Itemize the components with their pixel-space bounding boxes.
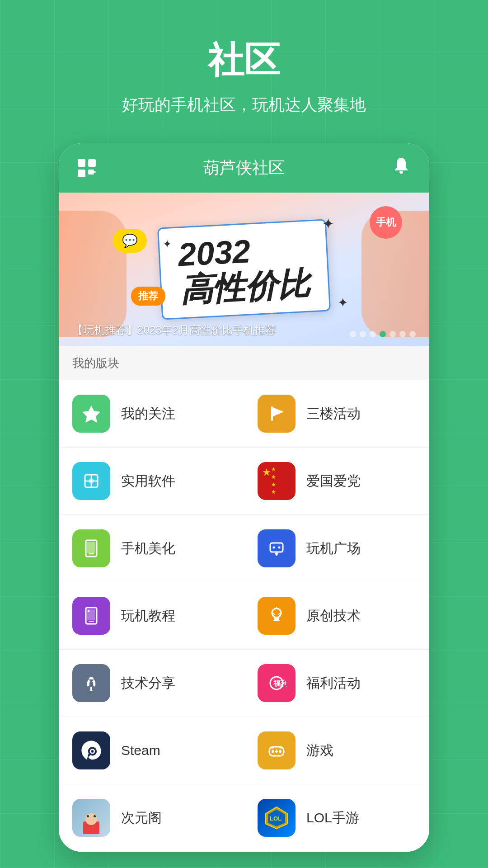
page-title: 社区 [208,36,280,85]
software-label: 实用软件 [121,472,175,491]
game-label: 游戏 [306,741,333,760]
svg-point-35 [91,750,94,753]
patriot-icon: ★ ★★★★ [258,462,296,500]
svg-rect-8 [271,406,273,421]
svg-line-31 [278,613,280,615]
svg-rect-28 [274,618,279,620]
activity-label: 三楼活动 [306,405,361,423]
dot-6[interactable] [399,331,406,337]
welfare-label: 福利活动 [306,674,361,693]
svg-rect-17 [270,543,283,552]
activity-icon [258,395,296,433]
anime-label: 次元阁 [121,809,162,827]
svg-marker-7 [82,406,100,423]
gaming-square-label: 玩机广场 [306,539,361,558]
lol-label: LOL手游 [306,809,359,827]
beauty-icon [72,529,110,567]
svg-rect-24 [88,610,89,612]
svg-text:LOL: LOL [270,815,282,822]
anime-icon [72,799,110,837]
bell-icon[interactable] [391,156,411,180]
menu-grid: 我的关注 三楼活动 [59,380,429,852]
dot-7[interactable] [409,331,416,337]
welfare-icon: 福利 [258,664,296,702]
svg-rect-2 [78,170,85,177]
patriot-label: 爱国爱党 [306,472,361,491]
svg-rect-1 [88,159,96,167]
lol-icon: LOL [258,799,296,837]
menu-item-beauty[interactable]: 手机美化 [59,515,244,582]
header-title: 葫芦侠社区 [203,157,285,179]
dot-2[interactable] [360,331,366,337]
page-subtitle: 好玩的手机社区，玩机达人聚集地 [122,94,366,116]
banner-container[interactable]: 2032 高性价比 ✦ ✦ ✦ 💬 手机 推荐 【玩机推荐】2023年2月高性价… [59,193,429,346]
menu-item-anime[interactable]: 次元阁 [59,784,244,852]
svg-point-37 [272,750,274,753]
svg-rect-42 [279,747,283,749]
svg-line-30 [273,613,275,615]
svg-point-20 [273,547,275,549]
svg-point-13 [89,478,94,484]
banner-recommend-badge: 推荐 [131,287,165,306]
dot-1[interactable] [350,331,356,337]
dot-4-active[interactable] [380,331,386,337]
banner-dots [350,331,416,337]
menu-item-lol[interactable]: LOL LOL手游 [244,784,429,852]
menu-item-activity[interactable]: 三楼活动 [244,380,429,448]
my-blocks-section: 我的版块 [59,346,429,380]
svg-rect-15 [87,542,95,553]
menu-item-game[interactable]: 游戏 [244,717,429,784]
menu-item-original-tech[interactable]: 原创技术 [244,582,429,650]
follow-icon [72,395,110,433]
my-blocks-label: 我的版块 [72,356,119,370]
original-tech-icon [258,597,296,635]
banner-image: 2032 高性价比 ✦ ✦ ✦ 💬 手机 推荐 【玩机推荐】2023年2月高性价… [59,193,429,346]
grid-add-icon[interactable] [77,158,97,178]
tutorial-icon [72,597,110,635]
phone-mockup: 葫芦侠社区 2032 高性价 [59,143,429,852]
steam-label: Steam [121,743,160,758]
banner-phone-badge: 手机 [370,206,402,239]
svg-rect-29 [273,620,280,621]
game-icon [258,731,296,769]
menu-item-patriot[interactable]: ★ ★★★★ 爱国爱党 [244,448,429,515]
menu-item-tutorial[interactable]: 玩机教程 [59,582,244,650]
tech-share-label: 技术分享 [121,674,175,693]
svg-text:福利: 福利 [273,679,286,687]
menu-item-gaming-square[interactable]: 玩机广场 [244,515,429,582]
beauty-label: 手机美化 [121,539,175,558]
banner-chat-bubble: 💬 [113,229,147,253]
svg-rect-41 [270,747,274,749]
banner-caption: 【玩机推荐】2023年2月高性价比手机推荐 [72,323,276,337]
menu-item-steam[interactable]: Steam [59,717,244,784]
follow-label: 我的关注 [121,405,175,423]
menu-item-tech-share[interactable]: 技术分享 [59,650,244,717]
svg-point-21 [278,547,281,549]
tutorial-label: 玩机教程 [121,607,175,625]
menu-item-welfare[interactable]: 福利 福利活动 [244,650,429,717]
tech-share-icon [72,664,110,702]
svg-rect-0 [78,159,85,167]
original-tech-label: 原创技术 [306,607,361,625]
app-header: 葫芦侠社区 [59,143,429,193]
dot-3[interactable] [370,331,376,337]
svg-marker-9 [273,407,284,416]
banner-main-text: 2032 高性价比 [177,230,311,308]
software-icon [72,462,110,500]
svg-point-6 [399,171,403,174]
menu-item-software[interactable]: 实用软件 [59,448,244,515]
svg-point-38 [279,750,282,753]
gaming-square-icon [258,529,296,567]
menu-item-follow[interactable]: 我的关注 [59,380,244,448]
steam-icon [72,731,110,769]
dot-5[interactable] [389,331,396,337]
